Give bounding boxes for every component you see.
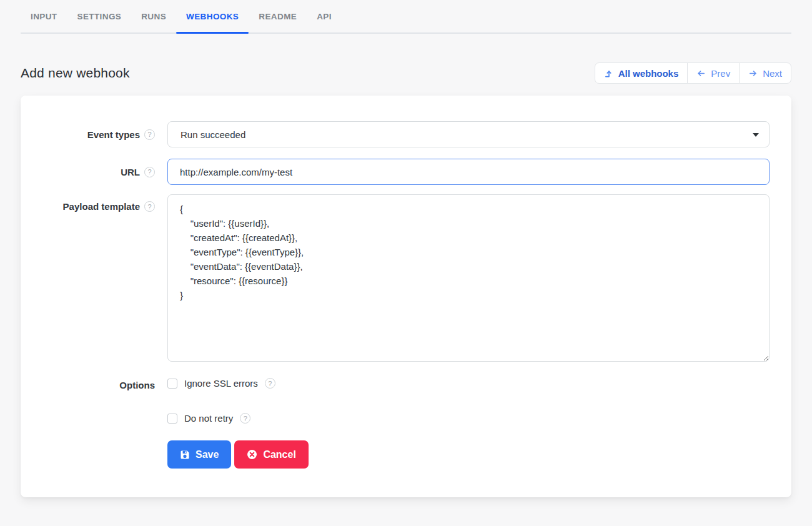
prev-label: Prev — [711, 68, 730, 79]
save-button[interactable]: Save — [167, 440, 231, 469]
cancel-x-icon — [247, 449, 257, 460]
tab-api[interactable]: API — [307, 0, 342, 32]
next-button[interactable]: Next — [739, 62, 791, 84]
url-label-cell: URL ? — [21, 167, 167, 177]
event-types-label-cell: Event types ? — [21, 129, 167, 140]
webhook-form-card: Event types ? Run succeeded URL ? Payloa… — [21, 96, 791, 497]
event-types-label: Event types — [87, 129, 140, 140]
do-not-retry-checkbox[interactable] — [167, 414, 177, 424]
cancel-label: Cancel — [263, 449, 295, 460]
left-arrow-icon — [696, 69, 706, 78]
webhook-nav-buttons: All webhooks Prev Next — [595, 62, 791, 84]
tab-webhooks[interactable]: WEBHOOKS — [176, 0, 249, 32]
tab-readme[interactable]: README — [249, 0, 307, 32]
ignore-ssl-errors-label: Ignore SSL errors — [184, 378, 258, 389]
url-input[interactable] — [167, 159, 770, 185]
url-label: URL — [121, 167, 140, 177]
save-label: Save — [196, 449, 219, 460]
tab-input[interactable]: INPUT — [21, 0, 67, 32]
save-disk-icon — [180, 450, 190, 460]
payload-template-row: Payload template ? { "userId": {{userId}… — [21, 194, 770, 362]
options-label-cell: Options — [21, 378, 167, 390]
next-label: Next — [763, 68, 782, 79]
all-webhooks-label: All webhooks — [618, 68, 679, 79]
cancel-button[interactable]: Cancel — [234, 440, 308, 469]
dropdown-caret-icon — [753, 133, 759, 137]
event-types-selected-value: Run succeeded — [181, 129, 245, 140]
up-left-arrow-icon — [604, 69, 613, 78]
tab-bar: INPUT SETTINGS RUNS WEBHOOKS README API — [21, 0, 791, 34]
page-header: Add new webhook All webhooks Prev — [21, 62, 791, 84]
tab-runs[interactable]: RUNS — [131, 0, 176, 32]
options-checkboxes: Ignore SSL errors ? Do not retry ? — [167, 378, 770, 424]
options-row: Options Ignore SSL errors ? Do not retry… — [21, 378, 770, 424]
payload-template-textarea[interactable]: { "userId": {{userId}}, "createdAt": {{c… — [167, 194, 770, 362]
help-icon[interactable]: ? — [144, 129, 155, 140]
prev-button[interactable]: Prev — [687, 62, 740, 84]
right-arrow-icon — [748, 69, 758, 78]
ignore-ssl-errors-checkbox[interactable] — [167, 379, 177, 389]
page-title: Add new webhook — [21, 66, 130, 81]
help-icon[interactable]: ? — [265, 378, 275, 389]
payload-template-label: Payload template — [63, 201, 140, 212]
tab-settings[interactable]: SETTINGS — [67, 0, 132, 32]
actions-row: Save Cancel — [21, 440, 770, 469]
help-icon[interactable]: ? — [144, 201, 155, 212]
payload-template-label-cell: Payload template ? — [21, 194, 167, 212]
help-icon[interactable]: ? — [240, 413, 250, 424]
do-not-retry-label: Do not retry — [184, 413, 233, 424]
event-types-row: Event types ? Run succeeded — [21, 121, 770, 147]
all-webhooks-button[interactable]: All webhooks — [595, 62, 688, 84]
ignore-ssl-errors-option[interactable]: Ignore SSL errors ? — [167, 378, 275, 389]
action-buttons: Save Cancel — [167, 440, 770, 469]
help-icon[interactable]: ? — [144, 167, 155, 177]
options-label: Options — [119, 380, 155, 390]
do-not-retry-option[interactable]: Do not retry ? — [167, 413, 250, 424]
url-row: URL ? — [21, 159, 770, 185]
event-types-select[interactable]: Run succeeded — [167, 121, 770, 147]
